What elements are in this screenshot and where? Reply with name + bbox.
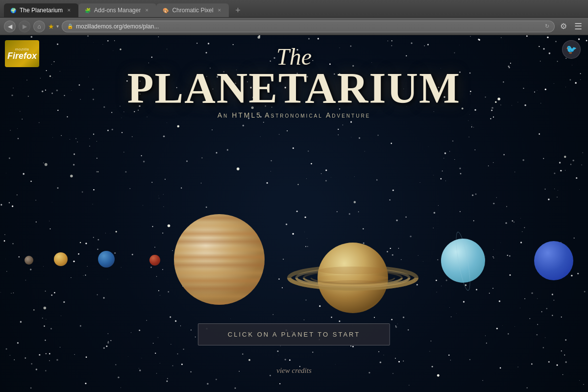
bookmark-arrow-icon[interactable]: ▾ [56, 24, 59, 29]
svg-point-6 [318, 280, 387, 288]
url-bar[interactable]: 🔒 mozillademos.org/demos/plan... ↻ [62, 21, 555, 32]
home-button[interactable]: ⌂ [33, 21, 45, 32]
page-content: mozilla Firefox 🐦 The Planetarium An HTM… [0, 35, 588, 392]
forward-icon: ▶ [23, 23, 27, 30]
home-icon: ⌂ [37, 23, 41, 30]
twitter-button[interactable]: 🐦 [562, 40, 581, 59]
svg-point-4 [318, 267, 387, 274]
saturn-rings-svg [284, 221, 421, 334]
tab-planetarium[interactable]: 🌍 The Planetarium ✕ [4, 3, 78, 17]
svg-point-1 [296, 269, 409, 287]
bookmarks-toolbar: ★ ▾ [48, 23, 59, 30]
planet-venus[interactable] [54, 252, 68, 266]
saturn-container [284, 221, 421, 334]
planet-earth[interactable] [98, 251, 115, 268]
twitter-icon: 🐦 [566, 44, 577, 55]
svg-point-3 [318, 243, 388, 313]
addons-tab-label: Add-ons Manager [94, 7, 141, 14]
forward-button[interactable]: ▶ [19, 21, 30, 32]
gear-button[interactable]: ⚙ [558, 21, 569, 32]
title-area: The Planetarium An HTML5 Astronomical Ad… [0, 45, 588, 119]
url-text: mozillademos.org/demos/plan... [76, 23, 542, 30]
firefox-badge-main: Firefox [7, 51, 37, 60]
navigation-bar: ◀ ▶ ⌂ ★ ▾ 🔒 mozillademos.org/demos/plan.… [0, 18, 588, 35]
tab-addons[interactable]: 🧩 Add-ons Manager ✕ [78, 3, 156, 17]
tab-chromatic[interactable]: 🎨 Chromatic Pixel ✕ [156, 3, 229, 17]
bookmark-star-icon[interactable]: ★ [48, 23, 54, 30]
svg-point-10 [304, 270, 402, 285]
back-button[interactable]: ◀ [4, 21, 16, 32]
planetarium-tab-label: The Planetarium [20, 7, 63, 14]
cta-button[interactable]: Click on a Planet to Start [198, 323, 390, 345]
planetarium-tab-icon: 🌍 [10, 7, 17, 14]
svg-point-2 [304, 270, 402, 285]
menu-button[interactable]: ☰ [572, 21, 584, 32]
back-icon: ◀ [8, 23, 12, 30]
refresh-icon[interactable]: ↻ [545, 23, 549, 29]
planet-mercury[interactable] [24, 256, 33, 265]
browser-window: 🌍 The Planetarium ✕ 🧩 Add-ons Manager ✕ … [0, 0, 588, 392]
planet-jupiter[interactable] [174, 214, 265, 305]
planetarium-tab-close[interactable]: ✕ [66, 7, 73, 14]
chromatic-tab-label: Chromatic Pixel [172, 7, 213, 14]
planet-mars[interactable] [149, 255, 160, 266]
svg-point-5 [318, 275, 388, 281]
firefox-badge: mozilla Firefox [5, 40, 39, 67]
chromatic-tab-close[interactable]: ✕ [216, 7, 223, 14]
planets-area [0, 163, 588, 329]
svg-point-11 [311, 272, 394, 284]
addons-tab-close[interactable]: ✕ [144, 7, 150, 14]
svg-point-8 [289, 267, 416, 289]
new-tab-button[interactable]: + [231, 3, 245, 17]
svg-point-9 [296, 269, 409, 287]
planet-neptune[interactable] [534, 241, 573, 280]
gear-icon: ⚙ [560, 22, 567, 31]
chromatic-tab-icon: 🎨 [162, 7, 169, 14]
firefox-badge-top: mozilla [15, 47, 29, 51]
title-subtitle: An HTML5 Astronomical Adventure [0, 111, 588, 119]
svg-point-0 [289, 267, 416, 289]
tab-bar: 🌍 The Planetarium ✕ 🧩 Add-ons Manager ✕ … [0, 0, 588, 18]
lock-icon: 🔒 [67, 24, 73, 29]
planet-uranus[interactable] [441, 239, 485, 283]
menu-icon: ☰ [574, 21, 582, 32]
view-credits-link[interactable]: view credits [276, 367, 312, 375]
title-planetarium: Planetarium [0, 69, 588, 107]
addons-tab-icon: 🧩 [84, 7, 91, 14]
